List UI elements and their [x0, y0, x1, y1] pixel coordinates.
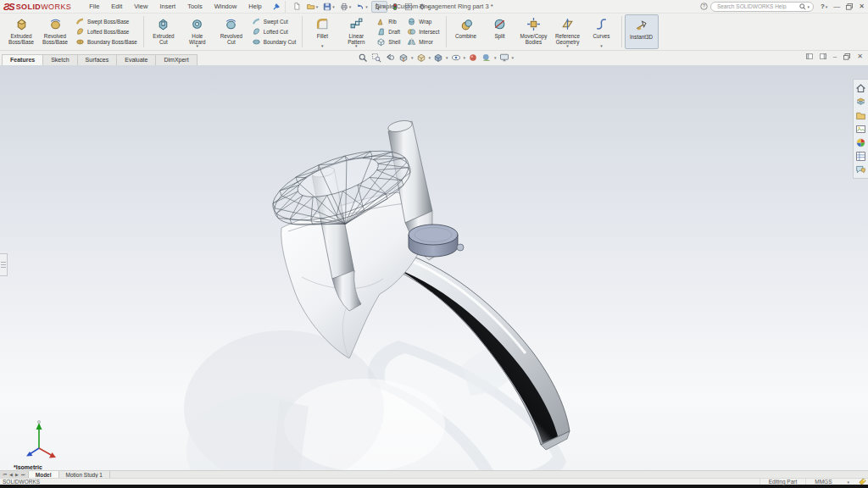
menu-file[interactable]: File — [83, 1, 105, 12]
tab-evaluate[interactable]: Evaluate — [116, 54, 156, 65]
minimize-button[interactable]: — — [833, 3, 840, 10]
doc-close-button[interactable]: ✕ — [857, 53, 863, 60]
design-library-taskpane-button[interactable] — [854, 95, 868, 108]
tab-sketch[interactable]: Sketch — [42, 54, 77, 65]
search-icon[interactable] — [799, 3, 806, 10]
featuremanager-flyout-tab[interactable] — [0, 253, 8, 276]
help-icon[interactable]: ? — [700, 3, 708, 10]
model-tab-motion-study-1[interactable]: Motion Study 1 — [59, 471, 110, 478]
forum-taskpane-button[interactable] — [854, 163, 868, 176]
menu-tools[interactable]: Tools — [181, 1, 209, 12]
tab-scroll-next-icon[interactable]: ▶ — [15, 472, 19, 477]
graphics-area[interactable]: *Isometric — [0, 65, 868, 470]
extruded-boss-button[interactable]: Extruded Boss/Base — [4, 14, 38, 49]
edit-appearance-button[interactable] — [466, 53, 480, 63]
tab-surfaces[interactable]: Surfaces — [77, 54, 118, 65]
menu-window[interactable]: Window — [209, 1, 243, 12]
print-button[interactable]: ▾ — [338, 2, 353, 12]
lofted-cut-button[interactable]: Lofted Cut — [250, 26, 298, 36]
split-button[interactable]: Split — [483, 14, 517, 49]
rib-button[interactable]: Rib — [375, 16, 402, 26]
help-caret-icon[interactable]: ▾ — [826, 4, 828, 9]
section-view-button[interactable] — [397, 53, 410, 63]
wrap-button[interactable]: Wrap — [405, 16, 441, 26]
doc-restore-button[interactable] — [843, 53, 850, 60]
boundary-boss-button[interactable]: Boundary Boss/Base — [74, 37, 139, 47]
menu-insert[interactable]: Insert — [153, 1, 181, 12]
hole-wizard-button[interactable]: Hole Wizard▾ — [181, 14, 214, 49]
caret-down-icon[interactable]: ▾ — [321, 43, 324, 48]
appearances-taskpane-button[interactable] — [854, 136, 868, 149]
save-button[interactable]: ▾ — [321, 2, 337, 12]
shell-button[interactable]: Shell — [375, 37, 402, 47]
boundary-cut-button[interactable]: Boundary Cut — [250, 37, 298, 47]
caret-down-icon[interactable]: ▾ — [332, 4, 335, 9]
display-style-button[interactable] — [431, 53, 445, 63]
zoom-to-area-button[interactable] — [370, 53, 383, 63]
search-caret-icon[interactable]: ▾ — [807, 4, 810, 9]
file-explorer-taskpane-button[interactable] — [854, 108, 868, 122]
file-properties-button[interactable] — [403, 2, 415, 12]
extruded-cut-button[interactable]: Extruded Cut — [147, 14, 181, 49]
caret-down-icon[interactable]: ▾ — [316, 4, 319, 9]
hide-show-items-button[interactable] — [449, 53, 463, 63]
move-copy-button[interactable]: Move/Copy Bodies — [517, 14, 551, 49]
pane-left-icon[interactable] — [806, 53, 813, 59]
tab-features[interactable]: Features — [2, 54, 43, 65]
tab-scroll-first-icon[interactable]: ⏮ — [3, 472, 8, 478]
caret-down-icon[interactable]: ▾ — [427, 4, 430, 9]
caret-down-icon[interactable]: ▾ — [197, 43, 199, 48]
mirror-button[interactable]: Mirror — [405, 37, 441, 47]
intersect-button[interactable]: Intersect — [405, 26, 441, 36]
tab-scroll-last-icon[interactable]: ⏭ — [21, 472, 25, 478]
undo-button[interactable]: ▾ — [354, 2, 370, 12]
linear-pattern-button[interactable]: Linear Pattern▾ — [339, 14, 373, 49]
tab-dimxpert[interactable]: DimXpert — [155, 54, 197, 65]
tags-icon[interactable] — [856, 478, 868, 485]
caret-down-icon[interactable]: ▾ — [566, 43, 569, 48]
zoom-to-fit-button[interactable] — [356, 53, 370, 63]
apply-scene-button[interactable] — [480, 53, 493, 63]
tab-scroll-buttons[interactable]: ⏮ ◀ ▶ ⏭ — [0, 471, 29, 478]
swept-cut-button[interactable]: Swept Cut — [250, 16, 298, 26]
select-cursor-button[interactable]: ▾ — [371, 1, 388, 13]
status-units[interactable]: MMGS — [805, 479, 840, 485]
view-orientation-button[interactable] — [415, 53, 428, 63]
caret-down-icon[interactable]: ▾ — [512, 55, 515, 60]
previous-view-button[interactable] — [383, 53, 397, 63]
curves-button[interactable]: Curves▾ — [585, 14, 619, 49]
caret-down-icon[interactable]: ▾ — [429, 55, 431, 60]
fillet-button[interactable]: Fillet▾ — [305, 14, 339, 49]
custom-properties-taskpane-button[interactable] — [854, 149, 868, 163]
pin-menu-icon[interactable] — [273, 3, 280, 10]
model-tab-model[interactable]: Model — [29, 471, 59, 478]
caret-down-icon[interactable]: ▾ — [349, 4, 352, 9]
draft-button[interactable]: Draft — [375, 26, 402, 36]
caret-down-icon[interactable]: ▾ — [411, 55, 414, 60]
home-taskpane-button[interactable] — [854, 81, 868, 95]
caret-down-icon[interactable]: ▾ — [464, 55, 466, 60]
restore-button[interactable] — [846, 3, 853, 10]
options-gear-button[interactable]: ▾ — [416, 2, 431, 12]
lofted-boss-button[interactable]: Lofted Boss/Base — [74, 26, 139, 36]
menu-help[interactable]: Help — [242, 1, 267, 12]
caret-down-icon[interactable]: ▾ — [365, 4, 368, 9]
doc-minimize-button[interactable]: – — [833, 53, 837, 60]
swept-boss-button[interactable]: Swept Boss/Base — [74, 16, 139, 26]
combine-button[interactable]: Combine — [449, 14, 483, 49]
caret-down-icon[interactable]: ▾ — [600, 43, 603, 48]
caret-down-icon[interactable]: ▾ — [355, 43, 358, 48]
caret-down-icon[interactable]: ▾ — [383, 4, 386, 9]
menu-edit[interactable]: Edit — [105, 1, 128, 12]
revolved-boss-button[interactable]: Revolved Boss/Base — [38, 14, 72, 49]
caret-down-icon[interactable]: ▾ — [494, 55, 497, 60]
close-button[interactable]: ✕ — [859, 3, 865, 10]
tab-scroll-prev-icon[interactable]: ◀ — [9, 472, 13, 477]
help-menu-button[interactable]: ? — [821, 3, 825, 10]
menu-view[interactable]: View — [128, 1, 153, 12]
caret-down-icon[interactable]: ▾ — [446, 55, 448, 60]
search-input[interactable]: Search SOLIDWORKS Help — [717, 3, 797, 9]
view-settings-button[interactable] — [498, 53, 511, 63]
new-document-button[interactable] — [292, 2, 303, 12]
revolved-cut-button[interactable]: Revolved Cut — [214, 14, 248, 49]
